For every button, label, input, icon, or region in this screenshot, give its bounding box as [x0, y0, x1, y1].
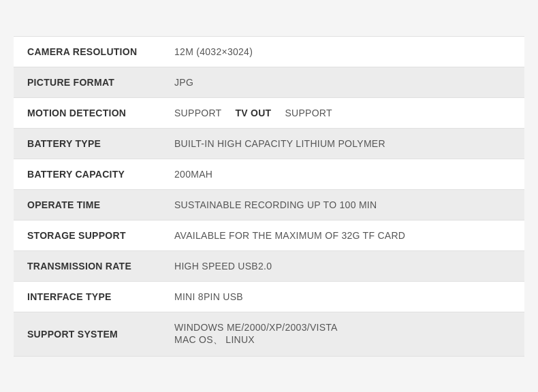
spec-value-line-0: WINDOWS ME/2000/XP/2003/VISTA [174, 322, 338, 333]
spec-value-motion-detection: SUPPORTTV OUTSUPPORT [163, 98, 524, 128]
spec-label-support-system: SUPPORT SYSTEM [14, 312, 163, 356]
spec-label-battery-type: BATTERY TYPE [14, 129, 163, 159]
spec-label-storage-support: STORAGE SUPPORT [14, 220, 163, 250]
spec-row-support-system: SUPPORT SYSTEMWINDOWS ME/2000/XP/2003/VI… [14, 312, 524, 357]
spec-label-interface-type: INTERFACE TYPE [14, 282, 163, 312]
spec-label-picture-format: PICTURE FORMAT [14, 67, 163, 97]
spec-label-transmission-rate: TRANSMISSION RATE [14, 251, 163, 281]
spec-row-picture-format: PICTURE FORMATJPG [14, 67, 524, 98]
spec-label-operate-time: OPERATE TIME [14, 190, 163, 220]
motion-detection-support: SUPPORT [174, 108, 221, 118]
spec-row-operate-time: OPERATE TIMESUSTAINABLE RECORDING UP TO … [14, 190, 524, 220]
spec-value-battery-capacity: 200MAH [163, 159, 524, 189]
spec-value-picture-format: JPG [163, 67, 524, 97]
spec-value-transmission-rate: HIGH SPEED USB2.0 [163, 251, 524, 281]
spec-value-storage-support: AVAILABLE FOR THE MAXIMUM OF 32G TF CARD [163, 220, 524, 250]
spec-table: CAMERA RESOLUTION12M (4032×3024)PICTURE … [14, 36, 524, 357]
spec-row-interface-type: INTERFACE TYPEMINI 8PIN USB [14, 282, 524, 312]
tv-out-label: TV OUT [235, 108, 271, 118]
spec-row-transmission-rate: TRANSMISSION RATEHIGH SPEED USB2.0 [14, 251, 524, 282]
spec-value-line-1: MAC OS、 LINUX [174, 334, 255, 346]
spec-value-support-system: WINDOWS ME/2000/XP/2003/VISTAMAC OS、 LIN… [163, 312, 524, 356]
spec-value-operate-time: SUSTAINABLE RECORDING UP TO 100 MIN [163, 190, 524, 220]
spec-row-battery-capacity: BATTERY CAPACITY200MAH [14, 159, 524, 190]
spec-value-battery-type: BUILT-IN HIGH CAPACITY LITHIUM POLYMER [163, 129, 524, 159]
spec-value-camera-resolution: 12M (4032×3024) [163, 37, 524, 67]
spec-label-camera-resolution: CAMERA RESOLUTION [14, 37, 163, 67]
spec-row-storage-support: STORAGE SUPPORTAVAILABLE FOR THE MAXIMUM… [14, 220, 524, 251]
spec-row-camera-resolution: CAMERA RESOLUTION12M (4032×3024) [14, 36, 524, 67]
spec-row-battery-type: BATTERY TYPEBUILT-IN HIGH CAPACITY LITHI… [14, 129, 524, 159]
spec-row-motion-detection: MOTION DETECTIONSUPPORTTV OUTSUPPORT [14, 98, 524, 129]
tv-out-support: SUPPORT [285, 108, 332, 118]
spec-label-battery-capacity: BATTERY CAPACITY [14, 159, 163, 189]
spec-value-interface-type: MINI 8PIN USB [163, 282, 524, 312]
spec-label-motion-detection: MOTION DETECTION [14, 98, 163, 128]
